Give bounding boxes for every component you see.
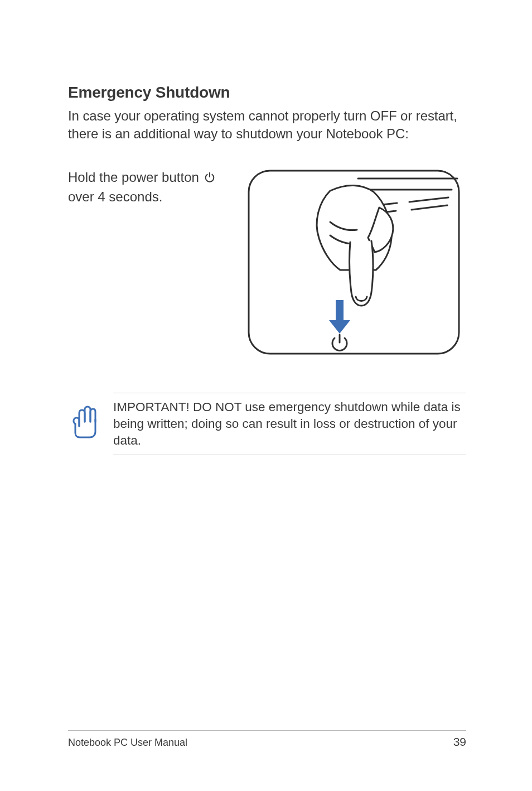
instruction-text: Hold the power button over 4 seconds. [68, 168, 242, 206]
important-note-block: IMPORTANT! DO NOT use emergency shutdown… [68, 393, 466, 455]
page-footer: Notebook PC User Manual 39 [68, 730, 466, 749]
power-icon [204, 170, 216, 188]
instruction-text-post: over 4 seconds. [68, 189, 162, 204]
footer-doc-title: Notebook PC User Manual [68, 737, 187, 749]
document-page: Emergency Shutdown In case your operatin… [0, 0, 532, 791]
figure-column [246, 168, 466, 356]
section-heading: Emergency Shutdown [68, 84, 466, 102]
press-power-illustration [246, 168, 461, 356]
important-note-text: IMPORTANT! DO NOT use emergency shutdown… [113, 399, 466, 449]
svg-rect-1 [336, 300, 344, 320]
important-hand-icon [68, 393, 100, 455]
instruction-column: Hold the power button over 4 seconds. [68, 168, 242, 356]
instruction-text-pre: Hold the power button [68, 170, 203, 185]
instruction-row: Hold the power button over 4 seconds. [68, 168, 466, 356]
footer-page-number: 39 [453, 735, 466, 749]
intro-paragraph: In case your operating system cannot pro… [68, 107, 466, 143]
important-note-body: IMPORTANT! DO NOT use emergency shutdown… [113, 393, 466, 455]
